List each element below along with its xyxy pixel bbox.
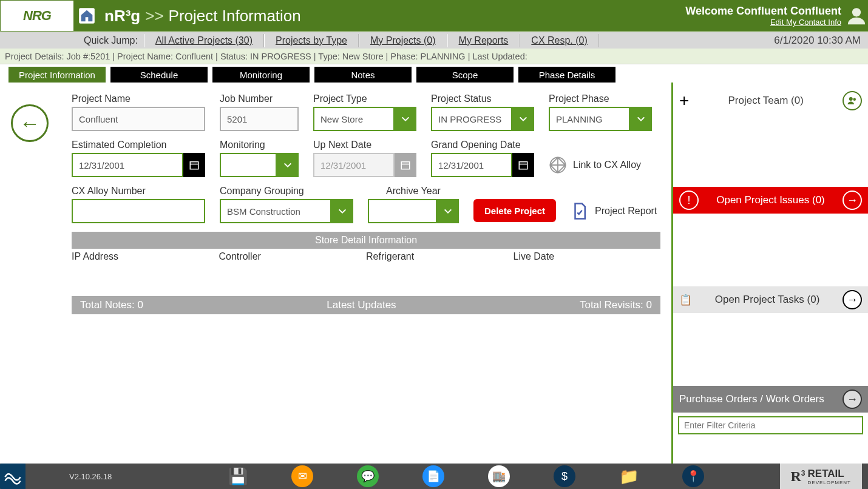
calendar-icon bbox=[395, 153, 416, 177]
tabs: Project Information Schedule Monitoring … bbox=[0, 64, 868, 83]
quick-link-cx-resp[interactable]: CX Resp. (0) bbox=[520, 34, 598, 47]
arrow-right-icon[interactable]: → bbox=[843, 290, 862, 309]
left-pane: ← Project Name Confluent Job Number 5201… bbox=[0, 83, 671, 483]
arrow-right-icon[interactable]: → bbox=[843, 191, 862, 210]
document-icon[interactable]: 📄 bbox=[422, 465, 444, 487]
field-project-name: Project Name Confluent bbox=[72, 93, 205, 131]
cx-alloy-number-input[interactable] bbox=[72, 199, 205, 223]
save-icon[interactable]: 💾 bbox=[228, 467, 248, 486]
welcome-block: Welcome Confluent Confluent Edit My Cont… bbox=[685, 0, 845, 32]
project-phase-select[interactable]: PLANNING bbox=[549, 107, 652, 131]
archive-year-select[interactable] bbox=[368, 199, 459, 223]
chevron-down-icon bbox=[331, 199, 353, 223]
arrow-right-icon[interactable]: → bbox=[843, 390, 862, 409]
purchase-orders-card[interactable]: Purchase Orders / Work Orders → bbox=[673, 386, 868, 413]
company-grouping-select[interactable]: BSM Construction bbox=[220, 199, 353, 223]
open-tasks-card[interactable]: 📋 Open Project Tasks (0) → bbox=[673, 286, 868, 313]
svg-point-1 bbox=[852, 8, 861, 16]
svg-rect-4 bbox=[401, 162, 410, 169]
folder-icon[interactable]: 📁 bbox=[619, 467, 639, 486]
grand-opening-date[interactable]: 12/31/2001 bbox=[431, 153, 534, 177]
col-controller: Controller bbox=[219, 251, 367, 262]
field-grand-opening: Grand Opening Date 12/31/2001 bbox=[431, 140, 534, 177]
svg-point-9 bbox=[849, 97, 853, 101]
location-icon[interactable]: 📍 bbox=[682, 465, 704, 487]
team-icon bbox=[843, 91, 862, 110]
latest-updates: Latest Updates bbox=[327, 296, 396, 314]
clipboard-icon: 📋 bbox=[679, 294, 692, 306]
geometry-icon bbox=[549, 156, 567, 174]
document-check-icon bbox=[571, 202, 589, 220]
svg-point-10 bbox=[853, 98, 856, 101]
field-est-completion: Estimated Completion 12/31/2001 bbox=[72, 140, 205, 177]
mail-icon[interactable]: ✉ bbox=[291, 465, 313, 487]
up-next-date[interactable]: 12/31/2001 bbox=[313, 153, 416, 177]
chevron-down-icon bbox=[277, 153, 299, 177]
alert-icon: ! bbox=[679, 191, 699, 210]
est-completion-date[interactable]: 12/31/2001 bbox=[72, 153, 205, 177]
col-live-date: Live Date bbox=[514, 251, 661, 262]
tab-schedule[interactable]: Schedule bbox=[110, 67, 208, 83]
quick-link-by-type[interactable]: Projects by Type bbox=[264, 34, 359, 47]
chevron-down-icon bbox=[630, 107, 652, 131]
chat-icon[interactable]: 💬 bbox=[357, 465, 379, 487]
field-archive-year: Archive Year bbox=[368, 186, 459, 223]
monitoring-select[interactable] bbox=[220, 153, 299, 177]
calendar-icon bbox=[183, 153, 205, 177]
quick-jump-bar: Quick Jump: All Active Projects (30) Pro… bbox=[0, 32, 868, 49]
field-cx-alloy-number: CX Alloy Number bbox=[72, 186, 205, 223]
quick-link-all-active[interactable]: All Active Projects (30) bbox=[144, 34, 264, 47]
back-button[interactable]: ← bbox=[11, 104, 49, 142]
project-report-link[interactable]: Project Report bbox=[571, 199, 657, 223]
store-detail-columns: IP Address Controller Refrigerant Live D… bbox=[72, 251, 660, 262]
open-issues-card[interactable]: ! Open Project Issues (0) → bbox=[673, 187, 868, 214]
store-icon[interactable]: 🏬 bbox=[488, 465, 510, 487]
po-filter-input[interactable] bbox=[678, 416, 863, 434]
wave-icon[interactable] bbox=[0, 464, 25, 489]
job-number-input[interactable]: 5201 bbox=[220, 107, 299, 131]
main: ← Project Name Confluent Job Number 5201… bbox=[0, 83, 868, 483]
app-logo: NRG bbox=[0, 0, 74, 32]
welcome-text: Welcome Confluent Confluent bbox=[685, 5, 841, 18]
field-company-grouping: Company Grouping BSM Construction bbox=[220, 186, 353, 223]
field-project-status: Project Status IN PROGRESS bbox=[431, 93, 534, 131]
avatar-icon[interactable] bbox=[845, 0, 868, 32]
money-icon[interactable]: $ bbox=[554, 465, 575, 487]
field-up-next-date: Up Next Date 12/31/2001 bbox=[313, 140, 416, 177]
total-revisits: Total Revisits: 0 bbox=[580, 296, 652, 314]
svg-rect-2 bbox=[190, 162, 198, 169]
right-pane: + Project Team (0) ! Open Project Issues… bbox=[671, 83, 868, 483]
quick-link-my-reports[interactable]: My Reports bbox=[447, 34, 520, 47]
footer: V2.10.26.18 💾 ✉ 💬 📄 🏬 $ 📁 📍 R3 RETAILDEV… bbox=[0, 464, 868, 489]
page-title: nR³g>>Project Information bbox=[100, 0, 685, 32]
field-project-type: Project Type New Store bbox=[313, 93, 416, 131]
tab-project-information[interactable]: Project Information bbox=[8, 67, 106, 83]
quick-link-my-projects[interactable]: My Projects (0) bbox=[359, 34, 447, 47]
project-details-strip: Project Details: Job #:5201 | Project Na… bbox=[0, 49, 868, 64]
edit-contact-link[interactable]: Edit My Contact Info bbox=[770, 18, 841, 27]
chevron-down-icon bbox=[437, 199, 459, 223]
tab-scope[interactable]: Scope bbox=[416, 67, 514, 83]
field-monitoring: Monitoring bbox=[220, 140, 299, 177]
calendar-icon bbox=[512, 153, 534, 177]
project-team-card[interactable]: + Project Team (0) bbox=[673, 87, 868, 114]
project-type-select[interactable]: New Store bbox=[313, 107, 416, 131]
home-icon[interactable] bbox=[74, 0, 100, 32]
tab-notes[interactable]: Notes bbox=[314, 67, 412, 83]
tab-phase-details[interactable]: Phase Details bbox=[518, 67, 615, 83]
svg-rect-6 bbox=[519, 162, 527, 169]
version-label: V2.10.26.18 bbox=[69, 472, 112, 481]
plus-icon[interactable]: + bbox=[679, 91, 689, 110]
col-refrigerant: Refrigerant bbox=[366, 251, 514, 262]
field-project-phase: Project Phase PLANNING bbox=[549, 93, 652, 131]
chevron-down-icon bbox=[512, 107, 534, 131]
quick-jump-label: Quick Jump: bbox=[78, 35, 144, 46]
tab-monitoring[interactable]: Monitoring bbox=[212, 67, 310, 83]
current-datetime: 6/1/2020 10:30 AM bbox=[774, 35, 868, 47]
delete-project-button[interactable]: Delete Project bbox=[473, 199, 556, 222]
project-status-select[interactable]: IN PROGRESS bbox=[431, 107, 534, 131]
project-name-input[interactable]: Confluent bbox=[72, 107, 205, 131]
cx-alloy-link[interactable]: Link to CX Alloy bbox=[549, 153, 641, 177]
total-notes: Total Notes: 0 bbox=[80, 296, 143, 314]
field-job-number: Job Number 5201 bbox=[220, 93, 299, 131]
